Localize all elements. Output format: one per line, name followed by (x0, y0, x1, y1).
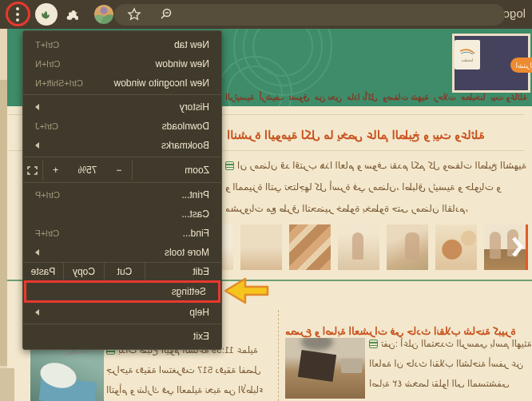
thumbnail-carousel (192, 224, 527, 270)
nav-item[interactable]: الرئيسية (225, 92, 254, 101)
extensions-puzzle-icon[interactable] (64, 5, 83, 24)
menu-item-find[interactable]: Find...Ctrl+F (23, 224, 221, 243)
thumbnail-image[interactable] (240, 224, 282, 270)
menu-item-print[interactable]: Print...Ctrl+P (23, 185, 221, 204)
article-heading: النشرة اليومية لكل ما يخص عالم الطبخ و ب… (227, 127, 524, 143)
copy-button[interactable]: Copy (63, 263, 104, 280)
zoom-out-button[interactable]: − (117, 165, 122, 176)
menu-item-new-window[interactable]: New windowCtrl+N (23, 54, 221, 73)
zoom-label: Zoom (132, 160, 221, 181)
nav-item[interactable]: ماذا نأكل (347, 92, 377, 101)
menu-edit-row: Edit Cut Copy Paste (23, 262, 221, 280)
fullscreen-button[interactable] (23, 160, 42, 181)
menu-item-more-tools[interactable]: More tools (23, 243, 221, 262)
paste-button[interactable]: Paste (23, 263, 63, 280)
browser-toolbar: logo (0, 0, 532, 29)
side-article-photo (30, 343, 104, 401)
menu-item-exit[interactable]: Exit (23, 327, 221, 346)
thumbnail-image[interactable] (484, 224, 526, 270)
thumbnail-image[interactable] (387, 224, 428, 270)
menu-item-history[interactable]: History (23, 97, 221, 117)
nav-item[interactable]: تسوق (289, 92, 310, 101)
site-logo[interactable]: مطبخنا (455, 40, 480, 69)
scrollbar-thumb[interactable] (0, 80, 7, 366)
site-favicon-icon[interactable] (94, 5, 113, 24)
submenu-arrow-icon (35, 309, 39, 316)
column-divider (278, 310, 279, 401)
doc-list-icon (225, 161, 234, 170)
nav-item[interactable]: من نحن (315, 92, 342, 101)
zoom-level: 75% (77, 165, 97, 176)
thumbnail-image[interactable] (289, 224, 331, 270)
annotation-arrow (223, 276, 269, 305)
nav-item[interactable]: بيت وعائلة (490, 92, 527, 101)
site-logo-card: مطبخنا اشترك (452, 34, 530, 93)
scroll-corner-button[interactable] (0, 368, 14, 401)
thumbnail-image[interactable] (338, 224, 379, 270)
browser-window: logo مطبخن (0, 0, 532, 401)
nav-item[interactable]: مطبخنا (461, 92, 486, 101)
fullscreen-icon (28, 166, 38, 175)
carousel-next-icon[interactable] (510, 236, 524, 258)
page-logo-text: logo (503, 6, 526, 20)
submenu-arrow-icon (35, 249, 39, 256)
submenu-arrow-icon (35, 142, 39, 149)
menu-item-cast[interactable]: Cast... (23, 204, 221, 224)
menu-item-new-incognito[interactable]: New Incognito windowCtrl+Shift+N (23, 73, 221, 93)
menu-zoom-row: Zoom − 75% + (23, 160, 221, 181)
menu-item-bookmarks[interactable]: Bookmarks (23, 136, 221, 155)
doc-list-icon (369, 339, 378, 348)
subscribe-button[interactable]: اشترك (510, 58, 532, 73)
site-nav: الرئيسية أرشيف تسوق من نحن ماذا نأكل وصف… (225, 88, 527, 105)
cut-button[interactable]: Cut (104, 263, 145, 280)
zoom-in-button[interactable]: + (53, 165, 58, 176)
news-photo (285, 338, 365, 399)
news-body: تفن: أعلن المتحدث الرسمي باسم الهيئة الع… (369, 334, 532, 398)
search-icon[interactable] (157, 5, 176, 24)
nav-item[interactable]: وصفات شهية (383, 92, 429, 101)
annotation-red-circle (6, 2, 30, 26)
site-logo-word: مطبخنا (462, 58, 474, 62)
bookmark-star-icon[interactable] (125, 5, 144, 24)
menu-separator (23, 324, 221, 324)
edit-label: Edit (145, 263, 221, 280)
nav-item[interactable]: رحلات (434, 92, 456, 101)
menu-item-downloads[interactable]: DownloadsCtrl+J (23, 117, 221, 136)
nav-item[interactable]: أرشيف (259, 92, 284, 101)
menu-item-settings[interactable]: Settings (24, 280, 220, 303)
profile-avatar[interactable] (35, 3, 58, 26)
menu-separator (23, 182, 221, 183)
menu-item-new-tab[interactable]: New tabCtrl+T (23, 35, 221, 54)
submenu-arrow-icon (35, 104, 39, 110)
menu-separator (23, 94, 221, 95)
menu-item-help[interactable]: Help (23, 303, 221, 322)
browser-menu: New tabCtrl+T New windowCtrl+N New Incog… (22, 30, 222, 350)
article-body: ان رمضان قد اقترب هذا العام و سوف نقدم ل… (225, 155, 530, 217)
thumbnail-image[interactable] (435, 224, 477, 270)
menu-separator (23, 157, 221, 157)
